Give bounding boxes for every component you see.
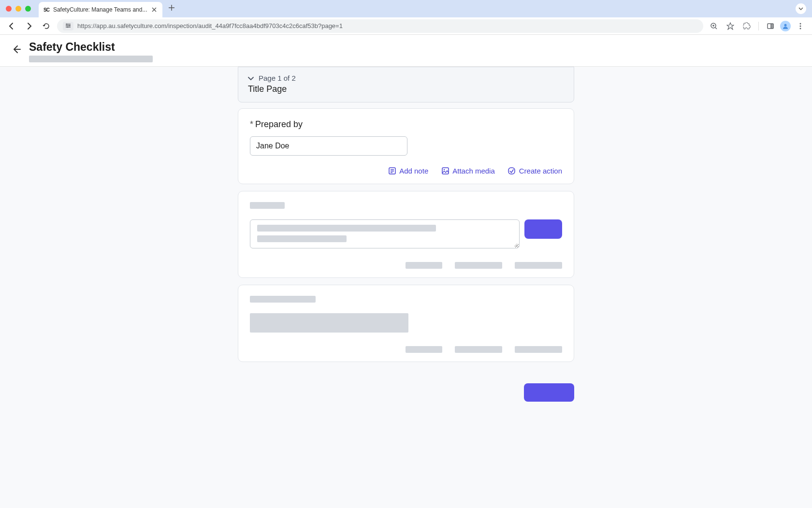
svg-point-12 (444, 169, 445, 170)
svg-rect-13 (508, 168, 515, 174)
app-header: Safety Checklist (0, 35, 812, 67)
prepared-by-label: * Prepared by (250, 119, 562, 130)
close-tab-icon[interactable] (151, 6, 158, 13)
menu-icon[interactable] (794, 19, 807, 33)
forward-button[interactable] (22, 19, 36, 33)
skeleton-label (250, 296, 316, 303)
svg-rect-5 (771, 24, 773, 29)
note-icon (388, 166, 396, 175)
skeleton-action (455, 346, 502, 353)
maximize-window-button[interactable] (25, 6, 31, 12)
close-window-button[interactable] (6, 6, 12, 12)
skeleton-action (406, 262, 442, 269)
toolbar-divider (758, 22, 759, 30)
url-text: https://app.au.safetyculture.com/inspect… (77, 22, 697, 29)
skeleton-actions (250, 346, 562, 353)
skeleton-action (515, 346, 562, 353)
chevron-down-icon (248, 74, 254, 82)
skeleton-action (515, 262, 562, 269)
reload-button[interactable] (40, 19, 53, 33)
skeleton-line (257, 235, 347, 242)
bookmark-icon[interactable] (724, 19, 737, 33)
header-content: Safety Checklist (29, 41, 153, 62)
svg-point-6 (784, 24, 787, 26)
zoom-icon[interactable] (707, 19, 721, 33)
skeleton-block (250, 313, 408, 333)
action-icon (508, 166, 516, 175)
page-indicator: Page 1 of 2 (248, 74, 564, 82)
main-content: Page 1 of 2 Title Page * Prepared by Add… (0, 67, 812, 508)
skeleton-input-row (250, 219, 562, 248)
attach-media-label: Attach media (452, 167, 495, 175)
skeleton-card-2 (238, 285, 574, 362)
browser-toolbar-icons (707, 19, 807, 33)
extensions-icon[interactable] (740, 19, 754, 33)
tab-favicon: SC (44, 7, 49, 13)
tab-title: SafetyCulture: Manage Teams and... (53, 6, 147, 13)
back-button[interactable] (5, 19, 18, 33)
skeleton-card-1 (238, 191, 574, 278)
skeleton-actions (250, 262, 562, 269)
add-note-label: Add note (399, 167, 428, 175)
image-icon (441, 166, 450, 175)
svg-point-1 (69, 25, 71, 26)
required-asterisk: * (250, 119, 253, 130)
create-action-button[interactable]: Create action (508, 166, 562, 175)
card-actions: Add note Attach media Create action (250, 166, 562, 175)
svg-point-8 (800, 25, 801, 27)
prepared-by-label-text: Prepared by (255, 119, 303, 130)
site-settings-icon[interactable] (63, 22, 73, 30)
add-note-button[interactable]: Add note (388, 166, 428, 175)
attach-media-button[interactable]: Attach media (441, 166, 495, 175)
new-tab-button[interactable] (168, 4, 175, 13)
header-skeleton-subtitle (29, 56, 153, 62)
resize-handle-icon[interactable] (513, 242, 518, 247)
address-bar[interactable]: https://app.au.safetyculture.com/inspect… (57, 19, 703, 33)
back-arrow-button[interactable] (12, 44, 21, 57)
svg-point-0 (66, 23, 68, 25)
page-header-card[interactable]: Page 1 of 2 Title Page (238, 67, 574, 102)
prepared-by-input[interactable] (250, 136, 407, 156)
skeleton-label (250, 202, 285, 209)
tabs-dropdown-button[interactable] (796, 3, 806, 14)
page-title: Safety Checklist (29, 41, 153, 54)
next-page-button[interactable] (524, 383, 574, 402)
skeleton-primary-button[interactable] (524, 219, 562, 239)
browser-tab[interactable]: SC SafetyCulture: Manage Teams and... (39, 2, 162, 17)
skeleton-line (257, 225, 436, 232)
svg-point-9 (800, 28, 801, 29)
skeleton-action (455, 262, 502, 269)
browser-tab-bar: SC SafetyCulture: Manage Teams and... (0, 0, 812, 17)
page-section-title: Title Page (248, 84, 564, 94)
svg-point-7 (800, 23, 801, 24)
profile-icon[interactable] (780, 21, 791, 31)
skeleton-textarea[interactable] (250, 219, 520, 248)
minimize-window-button[interactable] (15, 6, 21, 12)
svg-point-2 (67, 26, 69, 28)
create-action-label: Create action (519, 167, 562, 175)
side-panel-icon[interactable] (764, 19, 777, 33)
footer-row (238, 383, 574, 402)
skeleton-action (406, 346, 442, 353)
window-controls (6, 6, 31, 12)
prepared-by-card: * Prepared by Add note Attach media (238, 108, 574, 184)
browser-toolbar: https://app.au.safetyculture.com/inspect… (0, 17, 812, 35)
page-indicator-label: Page 1 of 2 (259, 74, 296, 82)
